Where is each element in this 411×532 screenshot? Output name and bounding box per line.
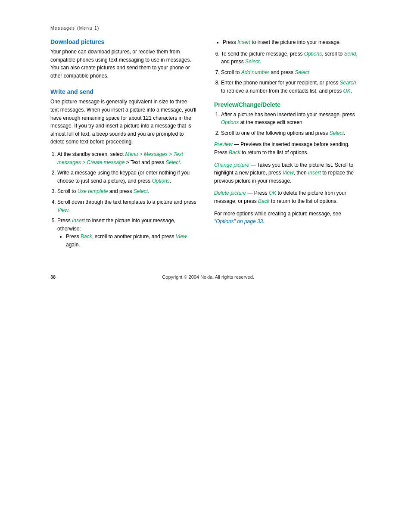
step-1: At the standby screen, select Menu > Mes… [57, 150, 197, 166]
preview-step-2-select-link: Select [329, 130, 343, 136]
change-picture-term: Change picture [214, 162, 249, 168]
right-steps: To send the picture message, press Optio… [221, 50, 361, 95]
step-2-options-link: Options [152, 178, 169, 184]
step-5: Press Insert to insert the picture into … [57, 217, 197, 249]
step-5-bullets: Press Back, scroll to another picture, a… [66, 233, 197, 249]
change-view-link: View [283, 170, 294, 176]
step-6-options-link: Options [304, 51, 322, 57]
step-7-add-number-link: Add number [241, 69, 269, 75]
preview-term-block: Preview — Previews the inserted message … [214, 140, 361, 156]
step-6-select-link: Select [245, 59, 259, 65]
step-6-text: To send the picture message, press Optio… [221, 51, 358, 65]
step-2: Write a message using the keypad (or ent… [57, 169, 197, 185]
footer-copyright: Copyright © 2004 Nokia. All rights reser… [56, 274, 361, 280]
write-and-send-body: One picture message is generally equival… [50, 98, 197, 146]
two-column-layout: Download pictures Your phone can downloa… [50, 38, 361, 257]
preview-description: — Previews the inserted message before s… [214, 141, 349, 156]
preview-step-1: After a picture has been inserted into y… [221, 111, 361, 127]
step-3-text: Scroll to Use template and press Select. [57, 188, 149, 194]
step-3-use-template-link: Use template [78, 188, 108, 194]
step-5-insert-text: Press Insert to insert the picture into … [223, 39, 341, 45]
step-5-insert-link: Insert [72, 218, 85, 224]
step-3: Scroll to Use template and press Select. [57, 187, 197, 196]
step-5-insert-bullet: Press Insert to insert the picture into … [223, 38, 361, 47]
preview-step-2: Scroll to one of the following options a… [221, 129, 361, 137]
write-and-send-section: Write and send One picture message is ge… [50, 88, 197, 249]
preview-back-link: Back [229, 149, 240, 156]
step-5-view-link: View [176, 233, 187, 240]
step-8-ok-link: OK [343, 88, 350, 94]
page-number: 38 [50, 274, 56, 280]
change-picture-block: Change picture — Takes you back to the p… [214, 161, 361, 185]
step-3-select-link: Select [134, 188, 148, 194]
change-insert-link: Insert [308, 170, 321, 176]
step-4-text: Scroll down through the text templates t… [57, 199, 196, 213]
step-2-text: Write a message using the keypad (or ent… [57, 170, 190, 184]
step-5-text: Press Insert to insert the picture into … [57, 218, 175, 232]
page-footer: 38 Copyright © 2004 Nokia. All rights re… [50, 270, 361, 280]
step-4-view-link: View [57, 207, 68, 213]
step-7-select-link: Select [295, 69, 309, 75]
download-pictures-section: Download pictures Your phone can downloa… [50, 38, 197, 80]
step-8: Enter the phone number for your recipien… [221, 79, 361, 95]
write-send-steps: At the standby screen, select Menu > Mes… [57, 150, 197, 249]
step-6-send-link: Send [344, 51, 356, 57]
more-options-text: For more options while creating a pictur… [214, 210, 361, 226]
step-8-search-link: Search [339, 80, 356, 86]
left-column: Download pictures Your phone can downloa… [50, 38, 197, 257]
page: Messages (Menu 1) Download pictures Your… [0, 0, 411, 532]
breadcrumb: Messages (Menu 1) [50, 26, 361, 31]
preview-step-1-text: After a picture has been inserted into y… [221, 112, 355, 126]
step-4: Scroll down through the text templates t… [57, 198, 197, 214]
preview-step-1-options-link: Options [221, 119, 239, 125]
step-7-text: Scroll to Add number and press Select. [221, 69, 311, 75]
delete-back-link: Back [258, 198, 270, 204]
options-page-link[interactable]: "Options" on page 33 [214, 218, 263, 224]
insert-link-right: Insert [237, 39, 250, 45]
step-6: To send the picture message, press Optio… [221, 50, 361, 66]
write-and-send-heading: Write and send [50, 88, 197, 95]
step-5-back-link: Back [81, 233, 92, 240]
step-5-continued-bullets: Press Insert to insert the picture into … [223, 38, 361, 47]
step-1-menu-link: Menu > Messages > Text messages > Create… [57, 151, 183, 165]
preview-steps: After a picture has been inserted into y… [221, 111, 361, 137]
delete-ok-link: OK [269, 190, 276, 196]
delete-picture-term: Delete picture [214, 190, 246, 196]
step-1-text: At the standby screen, select Menu > Mes… [57, 151, 183, 165]
step-1-select-link: Select [165, 159, 180, 165]
download-pictures-body: Your phone can download pictures, or rec… [50, 48, 197, 80]
download-pictures-heading: Download pictures [50, 38, 197, 45]
delete-picture-block: Delete picture — Press OK to delete the … [214, 189, 361, 205]
step-7: Scroll to Add number and press Select. [221, 68, 361, 77]
preview-change-delete-section: Preview/Change/Delete After a picture ha… [214, 101, 361, 226]
preview-change-delete-heading: Preview/Change/Delete [214, 101, 361, 108]
right-column: Press Insert to insert the picture into … [214, 38, 361, 257]
step-8-text: Enter the phone number for your recipien… [221, 80, 356, 94]
preview-term: Preview [214, 141, 233, 147]
step-5-bullet-1: Press Back, scroll to another picture, a… [66, 233, 197, 249]
preview-step-2-text: Scroll to one of the following options a… [221, 130, 345, 136]
